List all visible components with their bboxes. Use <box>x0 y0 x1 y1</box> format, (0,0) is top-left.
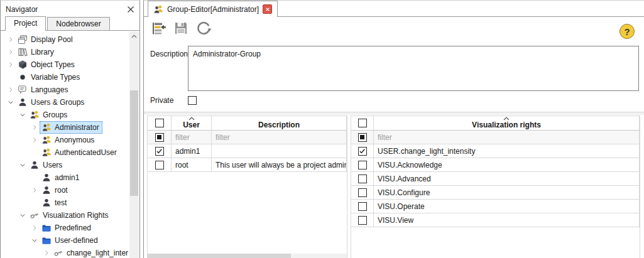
tree-item-label: Users & Groups <box>31 98 84 107</box>
filter-input[interactable]: filter <box>172 131 212 144</box>
editor-panel: Group-Editor[Administrator] ? Descriptio… <box>143 0 644 258</box>
tree-item-display-pool[interactable]: Display Pool <box>1 33 139 46</box>
tree-item-authenticateduser[interactable]: AuthenticatedUser <box>1 146 139 159</box>
chevron-right-icon[interactable] <box>30 135 40 145</box>
visualization-rights-table: Visualization rightsfilterUSER.change_li… <box>351 116 640 258</box>
user-row-root[interactable]: rootThis user will always be a project a… <box>148 158 347 172</box>
editor-tab-group-editor[interactable]: Group-Editor[Administrator] <box>148 1 278 17</box>
right-row-visu-advanced[interactable]: VISU.Advanced <box>351 172 640 186</box>
user-row-admin1[interactable]: admin1 <box>148 144 347 158</box>
hscrollbar-thumb[interactable] <box>148 254 291 258</box>
right-row-visu-acknowledge[interactable]: VISU.Acknowledge <box>351 158 640 172</box>
private-checkbox[interactable] <box>188 96 197 105</box>
tree-spacer <box>30 198 40 208</box>
chevron-right-icon[interactable] <box>6 85 16 95</box>
tree-item-user-defined[interactable]: User-defined <box>1 234 139 247</box>
checkbox-cell <box>148 116 172 130</box>
assign-rights-button[interactable] <box>150 20 166 36</box>
tree-item-admin1[interactable]: admin1 <box>1 171 139 184</box>
key-icon <box>53 248 63 258</box>
folder-icon <box>41 223 52 233</box>
tables-top-band <box>144 112 644 115</box>
chevron-right-icon[interactable] <box>41 248 52 258</box>
tree-item-label: Users <box>43 161 62 169</box>
filter-checkbox[interactable] <box>358 133 367 142</box>
right-header-row: Visualization rights <box>351 116 640 131</box>
chevron-right-icon[interactable] <box>30 223 40 233</box>
right-row-visu-view[interactable]: VISU.View <box>351 213 640 227</box>
chevron-right-icon[interactable] <box>6 60 16 70</box>
save-button[interactable] <box>173 20 189 36</box>
scrollbar-up-icon[interactable] <box>129 31 139 41</box>
tree-item-label: Object Types <box>31 60 75 69</box>
tree-item-test[interactable]: test <box>1 196 139 209</box>
tree-item-administrator[interactable]: Administrator <box>1 121 139 134</box>
chevron-right-icon[interactable] <box>30 122 40 132</box>
filter-input[interactable]: filter <box>374 131 640 144</box>
chevron-right-icon[interactable] <box>6 47 16 57</box>
row-select-checkbox[interactable] <box>358 147 367 156</box>
tree-item-library[interactable]: Library <box>1 46 139 58</box>
tree-node-content: Visualization Rights <box>28 209 112 222</box>
tree-item-label: AuthenticatedUser <box>55 148 117 157</box>
right-row-visu-operate[interactable]: VISU.Operate <box>351 200 640 213</box>
tree-item-users-groups[interactable]: Users & Groups <box>1 96 139 109</box>
chevron-right-icon[interactable] <box>6 35 16 45</box>
tree-item-label: Library <box>31 48 54 56</box>
checkbox-cell <box>351 116 374 130</box>
tree-item-label: admin1 <box>55 173 79 182</box>
tree-item-object-types[interactable]: Object Types <box>1 58 139 71</box>
reload-button[interactable] <box>195 20 212 36</box>
tree-item-root[interactable]: root <box>1 184 139 196</box>
group-icon <box>153 4 163 14</box>
tree-item-groups[interactable]: Groups <box>1 109 139 121</box>
tree-item-change-light-inter[interactable]: change_light_inter <box>1 247 139 258</box>
tab-nodebrowser[interactable]: Nodebrowser <box>47 17 109 30</box>
tree-item-predefined[interactable]: Predefined <box>1 222 139 234</box>
tree-spacer <box>30 173 40 183</box>
chevron-down-icon[interactable] <box>18 160 28 170</box>
checkbox-cell <box>351 144 374 158</box>
row-select-checkbox[interactable] <box>155 147 164 156</box>
chevron-down-icon[interactable] <box>6 97 16 107</box>
chevron-down-icon[interactable] <box>18 210 28 220</box>
column-header-description[interactable]: Description <box>212 116 347 130</box>
tree-item-users[interactable]: Users <box>1 159 139 171</box>
navigator-panel: Navigator ProjectNodebrowser Display Poo… <box>0 0 140 258</box>
row-select-checkbox[interactable] <box>358 161 367 169</box>
tree-item-languages[interactable]: Languages <box>1 83 139 96</box>
row-select-checkbox[interactable] <box>358 216 367 225</box>
help-icon[interactable]: ? <box>619 24 635 39</box>
tree-node-content: Users & Groups <box>16 96 87 109</box>
row-select-checkbox[interactable] <box>155 161 164 169</box>
scrollbar-thumb[interactable] <box>130 90 138 196</box>
column-header-user[interactable]: User <box>172 116 212 130</box>
filter-checkbox[interactable] <box>155 133 164 142</box>
users-table-hscrollbar[interactable] <box>148 254 347 258</box>
navigator-close-icon[interactable] <box>126 4 136 14</box>
library-icon <box>18 47 28 57</box>
description-field[interactable]: Administrator-Group <box>188 46 639 91</box>
row-select-checkbox[interactable] <box>358 202 367 211</box>
chevron-down-icon[interactable] <box>18 110 28 120</box>
chevron-right-icon[interactable] <box>30 185 40 195</box>
user-cell: admin1 <box>172 144 212 158</box>
column-header-visualization-rights[interactable]: Visualization rights <box>374 116 640 130</box>
tree-item-visualization-rights[interactable]: Visualization Rights <box>1 209 139 222</box>
user-header-row: UserDescription <box>148 116 347 131</box>
navigator-scrollbar[interactable] <box>129 31 139 258</box>
row-select-checkbox[interactable] <box>358 188 367 197</box>
select-all-checkbox[interactable] <box>358 119 367 127</box>
tree-item-label: Languages <box>31 85 68 94</box>
tree-item-anonymous[interactable]: Anonymous <box>1 134 139 146</box>
right-row-user-change-light-intensity[interactable]: USER.change_light_intensity <box>351 144 640 158</box>
row-select-checkbox[interactable] <box>358 175 367 183</box>
tab-project[interactable]: Project <box>5 16 46 31</box>
chevron-down-icon[interactable] <box>30 235 40 245</box>
select-all-checkbox[interactable] <box>155 119 164 127</box>
tree-item-variable-types[interactable]: Variable Types <box>1 71 139 83</box>
right-row-visu-configure[interactable]: VISU.Configure <box>351 186 640 200</box>
tab-close-icon[interactable] <box>263 4 272 14</box>
filter-input[interactable]: filter <box>212 131 347 144</box>
right-cell: VISU.Advanced <box>374 172 640 185</box>
